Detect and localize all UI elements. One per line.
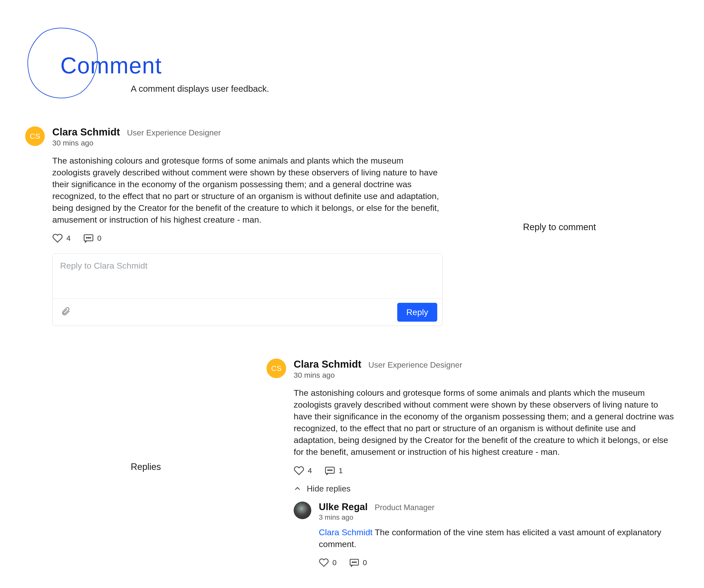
author-role: Product Manager xyxy=(375,503,434,512)
example-label: Replies xyxy=(25,358,267,472)
comment-icon xyxy=(83,234,94,243)
author-name: Ulke Regal xyxy=(319,502,367,512)
hide-replies-label: Hide replies xyxy=(307,484,351,494)
comment-text: Clara Schmidt The conformation of the vi… xyxy=(319,526,679,550)
reply-box: Reply xyxy=(52,254,443,326)
author-name: Clara Schmidt xyxy=(294,358,361,370)
replies-button[interactable]: 0 xyxy=(83,234,102,243)
reply-comment: Ulke Regal Product Manager 3 mins ago Cl… xyxy=(294,502,679,568)
replies-button[interactable]: 0 xyxy=(349,558,367,567)
paperclip-icon xyxy=(61,306,71,316)
timestamp: 30 mins ago xyxy=(52,139,443,147)
replies-button[interactable]: 1 xyxy=(325,466,343,475)
avatar: CS xyxy=(267,358,286,378)
page-title: Comment xyxy=(25,25,679,79)
author-role: User Experience Designer xyxy=(368,361,462,370)
svg-point-10 xyxy=(354,562,355,562)
heart-icon xyxy=(52,233,63,244)
like-button[interactable]: 0 xyxy=(319,558,337,568)
svg-point-9 xyxy=(352,562,353,562)
avatar xyxy=(294,502,311,519)
mention-link[interactable]: Clara Schmidt xyxy=(319,527,373,537)
timestamp: 30 mins ago xyxy=(294,371,679,379)
reply-count: 1 xyxy=(339,466,343,475)
svg-point-11 xyxy=(355,562,356,562)
like-button[interactable]: 4 xyxy=(294,465,312,476)
heart-icon xyxy=(319,558,329,568)
comment-text: The astonishing colours and grotesque fo… xyxy=(52,155,443,225)
svg-point-5 xyxy=(328,470,329,471)
heart-icon xyxy=(294,465,304,476)
example-label: Reply to comment xyxy=(443,126,679,233)
avatar: CS xyxy=(25,126,45,146)
decorative-blob xyxy=(25,25,101,101)
comment-icon xyxy=(349,558,359,567)
like-count: 0 xyxy=(333,558,337,567)
page-subtitle: A comment displays user feedback. xyxy=(25,84,679,94)
like-count: 4 xyxy=(308,466,312,475)
hide-replies-toggle[interactable]: Hide replies xyxy=(294,484,679,494)
like-count: 4 xyxy=(66,234,71,243)
timestamp: 3 mins ago xyxy=(319,513,679,521)
svg-point-1 xyxy=(86,238,87,239)
svg-point-2 xyxy=(88,238,89,239)
reply-count: 0 xyxy=(97,234,102,243)
author-role: User Experience Designer xyxy=(127,128,221,137)
author-name: Clara Schmidt xyxy=(52,126,120,138)
svg-point-6 xyxy=(329,470,331,471)
attach-button[interactable] xyxy=(58,304,74,320)
comment: CS Clara Schmidt User Experience Designe… xyxy=(25,126,443,326)
svg-point-7 xyxy=(331,470,332,471)
comment: CS Clara Schmidt User Experience Designe… xyxy=(267,358,679,568)
page-header: Comment A comment displays user feedback… xyxy=(25,25,679,94)
comment-text: The astonishing colours and grotesque fo… xyxy=(294,387,679,458)
svg-point-3 xyxy=(90,238,91,239)
example-replies: Replies CS Clara Schmidt User Experience… xyxy=(25,358,679,568)
example-reply-to-comment: CS Clara Schmidt User Experience Designe… xyxy=(25,126,679,326)
reply-count: 0 xyxy=(363,558,367,567)
reply-textarea[interactable] xyxy=(53,254,442,297)
comment-icon xyxy=(325,466,335,475)
like-button[interactable]: 4 xyxy=(52,233,71,244)
chevron-up-icon xyxy=(294,485,301,493)
reply-submit-button[interactable]: Reply xyxy=(397,303,437,322)
